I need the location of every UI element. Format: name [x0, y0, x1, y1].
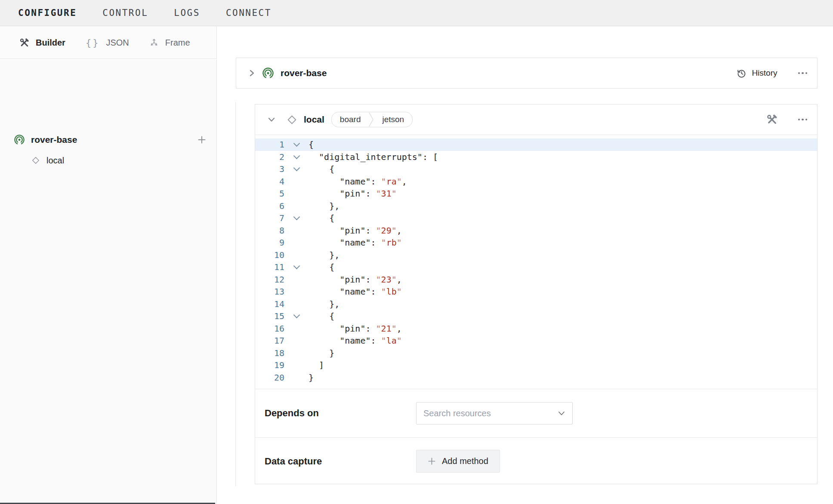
- code-line: 6 },: [255, 200, 817, 212]
- depends-on-select[interactable]: Search resources: [416, 402, 573, 424]
- code-text: },: [309, 249, 339, 261]
- history-button[interactable]: History: [737, 68, 777, 78]
- line-number: 15: [255, 310, 284, 323]
- code-line: 7 {: [255, 212, 817, 224]
- line-number: 2: [255, 151, 284, 163]
- topnav-tab-control[interactable]: CONTROL: [102, 8, 148, 18]
- fold-chevron-down-icon[interactable]: [284, 143, 309, 146]
- depends-on-section: Depends on Search resources: [255, 389, 817, 437]
- line-number: 16: [255, 323, 284, 335]
- add-component-button[interactable]: [194, 132, 210, 148]
- code-text: },: [309, 200, 339, 212]
- component-diamond-icon: [31, 156, 40, 165]
- sidebar-child-label: local: [46, 156, 64, 166]
- line-number: 8: [255, 224, 284, 237]
- data-capture-section: Data capture Add method: [255, 437, 817, 485]
- code-text: "name": "ra",: [309, 175, 407, 188]
- component-card-header: local board jetson: [255, 104, 817, 135]
- code-text: "pin": "23",: [309, 274, 402, 286]
- line-number: 14: [255, 298, 284, 310]
- machine-menu-ellipsis-icon[interactable]: [798, 72, 808, 74]
- plus-icon: [428, 457, 436, 465]
- add-method-label: Add method: [442, 456, 488, 466]
- line-number: 1: [255, 138, 284, 151]
- resource-tree-sidebar: rover-base local: [0, 59, 217, 504]
- fold-chevron-down-icon[interactable]: [284, 217, 309, 219]
- tree-guide-line: [235, 102, 236, 486]
- line-number: 9: [255, 237, 284, 249]
- line-number: 7: [255, 212, 284, 224]
- depends-on-placeholder: Search resources: [423, 409, 558, 418]
- code-line: 20}: [255, 372, 817, 384]
- code-text: },: [309, 298, 339, 310]
- code-line: 15 {: [255, 310, 817, 323]
- code-text: {: [309, 261, 334, 274]
- code-line: 1{: [255, 138, 817, 151]
- config-mode-tabs: Builder {} JSON Frame: [0, 27, 217, 59]
- json-attributes-editor[interactable]: 1{2 "digital_interrupts": [3 {4 "name": …: [255, 135, 817, 389]
- code-text: }: [309, 372, 314, 384]
- braces-icon: {}: [86, 37, 100, 48]
- line-number: 4: [255, 175, 284, 188]
- topnav-tab-connect[interactable]: CONNECT: [226, 8, 271, 18]
- sidebar-item-local[interactable]: local: [31, 152, 64, 169]
- code-line: 2 "digital_interrupts": [: [255, 151, 817, 163]
- machine-part-icon: [262, 68, 274, 79]
- code-text: {: [309, 310, 334, 323]
- component-diamond-icon: [286, 114, 298, 126]
- sidebar-item-rover-base[interactable]: rover-base: [14, 132, 77, 148]
- code-line: 3 {: [255, 163, 817, 175]
- line-number: 20: [255, 372, 284, 384]
- code-text: "pin": "21",: [309, 323, 402, 335]
- code-line: 14 },: [255, 298, 817, 310]
- component-menu-ellipsis-icon[interactable]: [798, 119, 808, 121]
- tools-icon[interactable]: [766, 114, 777, 125]
- badge-divider-chevron-icon: [369, 112, 374, 127]
- line-number: 12: [255, 274, 284, 286]
- fold-chevron-down-icon[interactable]: [284, 156, 309, 158]
- line-number: 13: [255, 286, 284, 298]
- code-text: "pin": "31": [309, 187, 397, 200]
- line-number: 17: [255, 335, 284, 347]
- code-line: 19 ]: [255, 359, 817, 372]
- component-card-title: local: [304, 114, 324, 125]
- sidebar-machine-label: rover-base: [31, 135, 77, 145]
- code-text: }: [309, 347, 334, 360]
- code-line: 13 "name": "lb": [255, 286, 817, 298]
- top-nav: CONFIGURECONTROLLOGSCONNECT: [0, 0, 833, 26]
- add-method-button[interactable]: Add method: [416, 450, 500, 473]
- machine-card-title: rover-base: [281, 68, 327, 78]
- tab-frame-label: Frame: [165, 38, 190, 48]
- code-text: "pin": "29",: [309, 224, 402, 237]
- tab-json-label: JSON: [106, 38, 129, 48]
- line-number: 18: [255, 347, 284, 360]
- chevron-right-icon[interactable]: [249, 68, 255, 78]
- tab-json[interactable]: {} JSON: [86, 37, 129, 48]
- code-text: {: [309, 163, 334, 175]
- line-number: 11: [255, 261, 284, 274]
- tab-builder-label: Builder: [36, 38, 65, 48]
- code-text: "name": "lb": [309, 286, 402, 298]
- fold-chevron-down-icon[interactable]: [284, 266, 309, 268]
- chevron-down-icon[interactable]: [267, 117, 276, 123]
- line-number: 10: [255, 249, 284, 261]
- tab-builder[interactable]: Builder: [19, 38, 65, 48]
- line-number: 5: [255, 187, 284, 200]
- code-line: 12 "pin": "23",: [255, 274, 817, 286]
- badge-type-label: board: [332, 115, 369, 124]
- history-clock-icon: [737, 68, 747, 78]
- topnav-tab-logs[interactable]: LOGS: [174, 8, 200, 18]
- code-text: {: [309, 212, 334, 224]
- app-window: CONFIGURECONTROLLOGSCONNECT Builder {} J…: [0, 0, 833, 504]
- frame-axes-icon: [149, 38, 159, 47]
- history-label: History: [752, 68, 777, 78]
- tab-frame[interactable]: Frame: [149, 38, 190, 48]
- data-capture-label: Data capture: [265, 456, 416, 467]
- fold-chevron-down-icon[interactable]: [284, 168, 309, 170]
- code-line: 8 "pin": "29",: [255, 224, 817, 237]
- machine-part-icon: [14, 135, 25, 145]
- topnav-tab-configure[interactable]: CONFIGURE: [18, 8, 77, 18]
- code-line: 11 {: [255, 261, 817, 274]
- fold-chevron-down-icon[interactable]: [284, 315, 309, 317]
- code-line: 4 "name": "ra",: [255, 175, 817, 188]
